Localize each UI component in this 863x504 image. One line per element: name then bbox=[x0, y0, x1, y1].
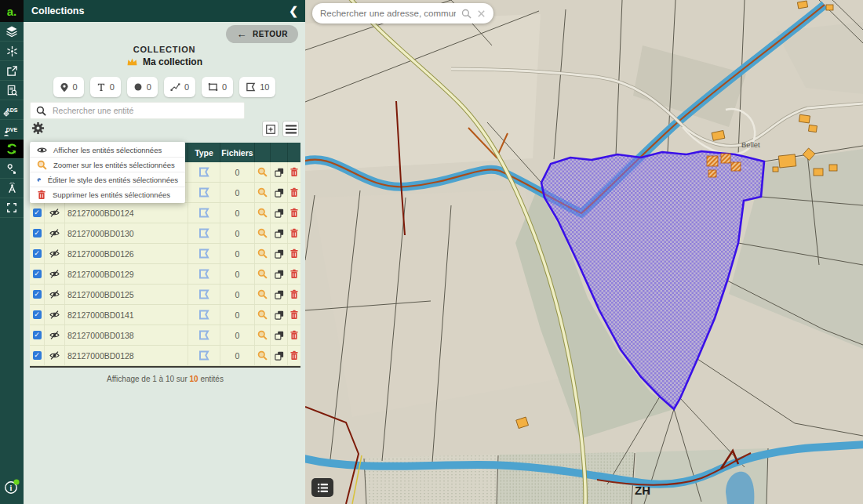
row-trash-icon[interactable] bbox=[289, 330, 299, 340]
counter-markers[interactable]: 0 bbox=[53, 77, 84, 97]
map-canvas[interactable]: Bellet ZH bbox=[305, 0, 863, 504]
app-logo[interactable]: a. bbox=[0, 0, 24, 22]
files-count: 0 bbox=[220, 325, 255, 345]
row-zoom-icon[interactable] bbox=[257, 310, 268, 320]
row-checkbox[interactable]: ✓ bbox=[33, 290, 42, 299]
row-zoom-icon[interactable] bbox=[257, 248, 268, 259]
counter-circles[interactable]: 0 bbox=[127, 77, 158, 97]
table-row[interactable]: ✓ 82127000BD0141 0 bbox=[30, 305, 300, 325]
top-bar: a. Collections ❮ bbox=[0, 0, 305, 22]
sidebar-item-collections-active[interactable] bbox=[0, 140, 24, 159]
eye-slash-icon[interactable] bbox=[49, 248, 60, 259]
map-legend-button[interactable] bbox=[311, 478, 333, 497]
row-trash-icon[interactable] bbox=[289, 310, 299, 320]
table-row[interactable]: ✓ 82127000BD0125 0 bbox=[30, 285, 300, 305]
sidebar-item-route[interactable] bbox=[0, 159, 24, 179]
eye-slash-icon[interactable] bbox=[49, 310, 60, 320]
eye-slash-icon[interactable] bbox=[49, 269, 60, 279]
menu-item-edit-style-selected[interactable]: Éditer le style des entités sélectionnée… bbox=[30, 172, 185, 187]
menu-item-delete-selected[interactable]: Supprimer les entités sélectionnées bbox=[30, 187, 185, 202]
row-duplicate-icon[interactable] bbox=[274, 208, 285, 219]
row-trash-icon[interactable] bbox=[289, 187, 299, 198]
collapse-panel-icon[interactable]: ❮ bbox=[289, 5, 298, 17]
row-zoom-icon[interactable] bbox=[257, 269, 268, 279]
row-trash-icon[interactable] bbox=[289, 350, 299, 361]
map-search-input[interactable] bbox=[320, 9, 456, 18]
menu-item-zoom-selected[interactable]: Zoomer sur les entités sélectionnées bbox=[30, 158, 185, 172]
table-row[interactable]: ✓ 82127000BD0138 0 bbox=[30, 325, 300, 346]
row-checkbox[interactable]: ✓ bbox=[33, 331, 42, 339]
zone-label: ZH bbox=[635, 484, 650, 497]
row-duplicate-icon[interactable] bbox=[274, 310, 285, 321]
row-checkbox[interactable]: ✓ bbox=[33, 208, 42, 217]
row-trash-icon[interactable] bbox=[289, 269, 299, 279]
row-checkbox[interactable]: ✓ bbox=[33, 351, 42, 360]
counter-texts-value: 0 bbox=[110, 82, 115, 92]
counter-polylines[interactable]: 0 bbox=[164, 77, 195, 97]
sidebar-item-layers[interactable] bbox=[0, 22, 24, 42]
row-duplicate-icon[interactable] bbox=[274, 187, 285, 198]
asterisk-icon bbox=[6, 45, 18, 57]
row-duplicate-icon[interactable] bbox=[274, 289, 285, 300]
sidebar-item-antenna[interactable] bbox=[0, 179, 24, 198]
row-zoom-icon[interactable] bbox=[257, 187, 268, 198]
counter-texts[interactable]: 0 bbox=[90, 77, 121, 97]
menu-item-show-selected[interactable]: Afficher les entités sélectionnées bbox=[30, 143, 185, 158]
row-duplicate-icon[interactable] bbox=[274, 248, 285, 259]
table-row[interactable]: ✓ 82127000BD0124 0 bbox=[30, 203, 300, 223]
row-trash-icon[interactable] bbox=[289, 248, 299, 259]
row-zoom-icon[interactable] bbox=[257, 208, 268, 218]
table-row[interactable]: ✓ 82127000BD0126 0 bbox=[30, 244, 300, 264]
sidebar-item-fullscreen[interactable] bbox=[0, 198, 24, 218]
eye-slash-icon[interactable] bbox=[49, 330, 60, 340]
export-icon bbox=[6, 65, 18, 77]
circle-icon bbox=[133, 82, 143, 92]
sidebar-item-ads[interactable]: ADS bbox=[0, 100, 24, 120]
add-square-icon bbox=[265, 124, 276, 135]
eye-slash-icon[interactable] bbox=[49, 350, 60, 361]
back-button[interactable]: ← RETOUR bbox=[226, 25, 298, 43]
text-icon bbox=[96, 82, 106, 92]
entity-search-input[interactable] bbox=[53, 106, 239, 115]
row-trash-icon[interactable] bbox=[289, 208, 299, 218]
row-checkbox[interactable]: ✓ bbox=[33, 270, 42, 278]
row-checkbox[interactable]: ✓ bbox=[33, 310, 42, 319]
row-duplicate-icon[interactable] bbox=[274, 228, 285, 239]
info-button[interactable]: i bbox=[0, 476, 24, 498]
row-duplicate-icon[interactable] bbox=[274, 350, 285, 361]
row-zoom-icon[interactable] bbox=[257, 167, 268, 177]
row-zoom-icon[interactable] bbox=[257, 330, 268, 340]
row-zoom-icon[interactable] bbox=[257, 228, 268, 238]
entity-search bbox=[30, 102, 245, 119]
row-zoom-icon[interactable] bbox=[257, 350, 268, 361]
crown-icon bbox=[126, 57, 138, 67]
row-trash-icon[interactable] bbox=[289, 167, 299, 177]
counter-polygons[interactable]: 10 bbox=[239, 77, 275, 97]
row-duplicate-icon[interactable] bbox=[274, 167, 285, 178]
sidebar-item-doc-search[interactable] bbox=[0, 81, 24, 100]
row-checkbox[interactable]: ✓ bbox=[33, 249, 42, 258]
row-trash-icon[interactable] bbox=[289, 289, 299, 299]
files-count: 0 bbox=[220, 346, 255, 365]
sidebar-item-export[interactable] bbox=[0, 61, 24, 81]
clear-search-icon[interactable] bbox=[477, 9, 486, 18]
sidebar-item-dve[interactable]: DVE bbox=[0, 120, 24, 140]
app-window: a. Collections ❮ ADS DVE bbox=[0, 0, 863, 504]
type-polygon-icon bbox=[198, 269, 209, 279]
row-duplicate-icon[interactable] bbox=[274, 330, 285, 341]
table-menu-button[interactable] bbox=[282, 121, 299, 137]
counter-rectangles[interactable]: 0 bbox=[202, 77, 233, 97]
row-zoom-icon[interactable] bbox=[257, 289, 268, 299]
add-entity-button[interactable] bbox=[262, 121, 279, 137]
table-row[interactable]: ✓ 82127000BD0129 0 bbox=[30, 264, 300, 285]
eye-slash-icon[interactable] bbox=[49, 289, 60, 299]
table-row[interactable]: ✓ 82127000BD0130 0 bbox=[30, 223, 300, 244]
eye-slash-icon[interactable] bbox=[49, 228, 60, 238]
row-checkbox[interactable]: ✓ bbox=[33, 229, 42, 237]
row-trash-icon[interactable] bbox=[289, 228, 299, 238]
table-settings-button[interactable] bbox=[31, 121, 45, 138]
eye-slash-icon[interactable] bbox=[49, 208, 60, 218]
sidebar-item-snap[interactable] bbox=[0, 42, 24, 61]
table-row[interactable]: ✓ 82127000BD0128 0 bbox=[30, 346, 300, 366]
row-duplicate-icon[interactable] bbox=[274, 269, 285, 280]
